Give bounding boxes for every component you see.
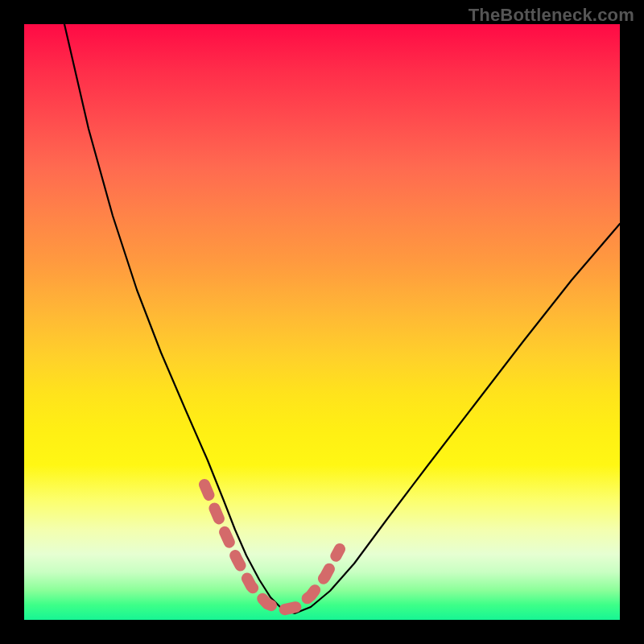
curve-layer [24, 24, 620, 620]
chart-stage: TheBottleneck.com [0, 0, 644, 644]
bottleneck-curve-path [64, 24, 620, 613]
plot-area [24, 24, 620, 620]
watermark-text: TheBottleneck.com [469, 5, 634, 26]
